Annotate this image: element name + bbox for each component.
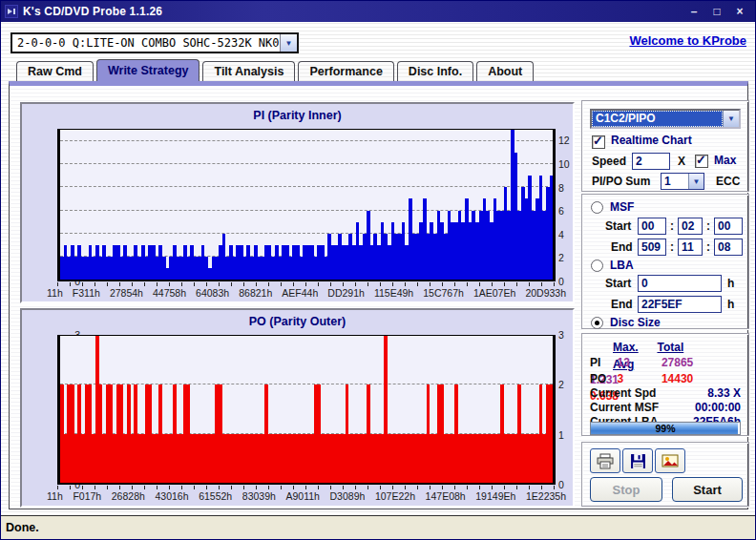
scan-range-group: MSF Start : : End : : LBA Start h End	[581, 194, 749, 329]
po-xaxis-ticks	[57, 486, 556, 489]
po-row-label: PO	[590, 372, 613, 385]
lba-start-input[interactable]	[638, 275, 722, 292]
stats-header-total: Total	[657, 341, 710, 354]
save-icon	[630, 453, 646, 469]
po-total-value: 14430	[662, 372, 715, 385]
pi-xaxis-labels: 11hF311h27854h44758h64083h86821hAEF44hDD…	[47, 287, 566, 299]
realtime-chart-label: Realtime Chart	[611, 134, 692, 147]
pi-total-value: 27865	[662, 356, 715, 369]
lba-end-input[interactable]	[638, 296, 722, 313]
po-xaxis-labels: 11hF017h26828h43016h61552h83039hA9011hD3…	[47, 490, 566, 502]
x-tick-label: AEF44h	[282, 287, 318, 299]
disc-size-label: Disc Size	[610, 316, 661, 329]
msf-start-sec-input[interactable]	[678, 218, 703, 235]
tab-write-strategy[interactable]: Write Strategy	[96, 59, 200, 81]
progress-bar: 99%	[590, 422, 741, 435]
msf-separator: :	[670, 219, 674, 233]
speed-unit-label: X	[678, 155, 685, 168]
speed-input[interactable]	[632, 153, 670, 170]
pipo-sum-select[interactable]: 1 ▼	[661, 173, 704, 190]
close-button[interactable]: ×	[732, 4, 747, 19]
ecc-label: ECC	[716, 175, 740, 188]
lba-end-label: End	[611, 298, 633, 311]
msf-separator: :	[706, 240, 710, 254]
x-tick-label: 86821h	[239, 287, 272, 299]
pi-chart-title: PI (Parity Inner)	[22, 109, 573, 122]
x-tick-label: 19149Eh	[475, 490, 515, 502]
current-msf-label: Current MSF	[590, 401, 659, 414]
print-button[interactable]	[590, 448, 620, 473]
scan-mode-group: C1C2/PIPO ▼ Realtime Chart Speed X Max P…	[581, 100, 749, 192]
po-max-value: 3	[617, 372, 657, 385]
lba-end-unit: h	[727, 298, 734, 311]
msf-end-label: End	[611, 240, 633, 254]
msf-radio[interactable]	[591, 201, 603, 214]
po-yaxis-left: 0123	[27, 335, 53, 485]
x-tick-label: D3089h	[330, 490, 366, 502]
maximize-button[interactable]: □	[709, 4, 724, 19]
x-tick-label: 11h	[47, 287, 63, 299]
x-tick-label: 61552h	[199, 490, 232, 502]
client-area: 2-0-0-0 Q:LITE-ON COMBO SOHC-5232K NK07 …	[1, 22, 755, 539]
current-speed-row: Current Spd 8.33 X	[590, 386, 741, 400]
pi-chart-panel: PI (Parity Inner) 024681012 024681012 11…	[20, 102, 575, 303]
x-tick-label: 115E49h	[374, 287, 413, 299]
x-tick-label: 44758h	[153, 287, 186, 299]
max-speed-checkbox[interactable]	[695, 155, 708, 168]
welcome-link[interactable]: Welcome to KProbe	[629, 33, 746, 48]
x-tick-label: A9011h	[285, 490, 319, 502]
x-tick-label: 43016h	[155, 490, 188, 502]
msf-separator: :	[670, 240, 674, 254]
pi-yaxis-left: 024681012	[27, 129, 53, 281]
app-window: K's CD/DVD Probe 1.1.26 – □ × 2-0-0-0 Q:…	[0, 0, 756, 540]
export-image-button[interactable]	[655, 448, 685, 473]
lba-start-unit: h	[727, 277, 734, 290]
pi-row-label: PI	[590, 356, 613, 369]
save-button[interactable]	[622, 448, 653, 473]
x-tick-label: 107E22h	[375, 490, 415, 502]
current-msf-value: 00:00:00	[695, 401, 741, 414]
pi-chart-plot	[57, 129, 556, 281]
tab-tilt-analysis[interactable]: Tilt Analysis	[202, 61, 295, 81]
lba-radio[interactable]	[591, 260, 603, 272]
disc-size-radio[interactable]	[591, 317, 603, 329]
msf-start-frame-input[interactable]	[714, 218, 743, 235]
msf-label: MSF	[610, 200, 634, 214]
msf-start-min-input[interactable]	[638, 218, 666, 235]
actions-group: Stop Start	[581, 442, 749, 507]
lba-start-label: Start	[605, 277, 631, 290]
msf-end-sec-input[interactable]	[678, 239, 703, 256]
tab-performance[interactable]: Performance	[298, 61, 393, 81]
lba-label: LBA	[610, 259, 634, 272]
mode-select[interactable]: C1C2/PIPO ▼	[590, 109, 741, 129]
po-chart-plot	[57, 335, 556, 485]
chevron-down-icon[interactable]: ▼	[280, 34, 297, 52]
tab-raw-cmd[interactable]: Raw Cmd	[16, 61, 94, 81]
status-text: Done.	[6, 521, 39, 534]
stop-button[interactable]: Stop	[590, 477, 662, 502]
po-chart-panel: PO (Parity Outer) 0123 0123 11hF017h2682…	[20, 308, 575, 508]
printer-icon	[596, 453, 615, 469]
msf-end-min-input[interactable]	[638, 239, 666, 256]
start-button[interactable]: Start	[672, 477, 743, 502]
drive-select-value: 2-0-0-0 Q:LITE-ON COMBO SOHC-5232K NK07	[12, 36, 280, 50]
realtime-chart-checkbox[interactable]	[592, 135, 605, 149]
tab-content: PI (Parity Inner) 024681012 024681012 11…	[9, 81, 748, 509]
x-tick-label: 26828h	[112, 490, 145, 502]
tab-about[interactable]: About	[476, 61, 534, 81]
minimize-button[interactable]: –	[686, 4, 702, 19]
tab-bar: Raw CmdWrite StrategyTilt AnalysisPerfor…	[16, 60, 534, 81]
chevron-down-icon[interactable]: ▼	[688, 174, 704, 189]
tab-disc-info-[interactable]: Disc Info.	[397, 61, 473, 81]
pi-xaxis-ticks	[57, 282, 556, 286]
msf-end-frame-input[interactable]	[714, 239, 743, 256]
current-msf-row: Current MSF 00:00:00	[590, 401, 741, 414]
x-tick-label: 27854h	[110, 287, 143, 299]
drive-select[interactable]: 2-0-0-0 Q:LITE-ON COMBO SOHC-5232K NK07 …	[10, 32, 299, 53]
current-speed-label: Current Spd	[590, 386, 656, 400]
x-tick-label: 11h	[47, 490, 63, 502]
chevron-down-icon[interactable]: ▼	[723, 111, 739, 127]
x-tick-label: 147E08h	[426, 490, 466, 502]
x-tick-label: 64083h	[196, 287, 229, 299]
status-bar: Done.	[1, 515, 755, 539]
